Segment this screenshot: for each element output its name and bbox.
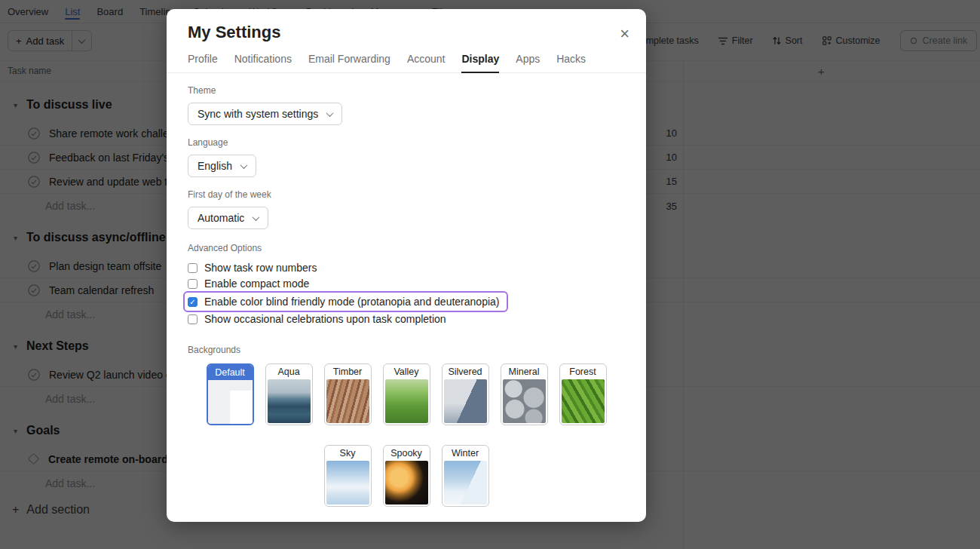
option-row: Show task row numbers (188, 260, 625, 275)
tab-profile[interactable]: Profile (188, 53, 218, 72)
background-preview (562, 379, 605, 423)
background-preview (326, 461, 369, 505)
select-theme[interactable]: Sync with system settings (188, 103, 342, 125)
background-name: Silvered (443, 364, 488, 379)
background-name: Spooky (384, 446, 430, 461)
background-name: Sky (325, 446, 371, 461)
my-settings-modal: My Settings × ProfileNotificationsEmail … (167, 9, 646, 522)
select-first-day-of-the-week[interactable]: Automatic (188, 207, 268, 229)
option-row: Enable compact mode (188, 276, 625, 291)
background-preview (385, 379, 428, 423)
background-preview (326, 379, 369, 423)
background-thumb-silvered[interactable]: Silvered (442, 363, 489, 425)
background-thumb-default[interactable]: Default (207, 363, 254, 425)
background-name: Timber (325, 364, 371, 379)
settings-tabs: ProfileNotificationsEmail ForwardingAcco… (167, 53, 646, 73)
checkbox-unchecked[interactable] (188, 279, 198, 289)
chevron-down-icon (240, 161, 247, 169)
backgrounds-label: Backgrounds (188, 345, 625, 355)
background-thumb-aqua[interactable]: Aqua (265, 363, 313, 425)
close-icon[interactable]: × (617, 23, 632, 45)
checkbox-unchecked[interactable] (188, 314, 198, 324)
background-thumb-winter[interactable]: Winter (442, 445, 489, 507)
background-preview (444, 379, 487, 423)
tab-apps[interactable]: Apps (516, 53, 540, 72)
select-value: Sync with system settings (198, 108, 318, 120)
checkbox-unchecked[interactable] (188, 263, 198, 273)
tab-display[interactable]: Display (461, 53, 499, 72)
background-preview (268, 379, 311, 423)
background-thumb-forest[interactable]: Forest (559, 363, 607, 425)
checkbox-checked[interactable]: ✓ (188, 297, 198, 307)
highlighted-option: ✓Enable color blind friendly mode (prota… (183, 291, 508, 312)
background-name: Mineral (501, 364, 547, 379)
background-name: Aqua (266, 364, 312, 379)
checkbox-row[interactable]: Show task row numbers (188, 260, 625, 275)
checkbox-row[interactable]: Enable compact mode (188, 276, 625, 291)
background-name: Default (208, 365, 253, 380)
background-name: Valley (384, 364, 430, 379)
background-name: Winter (443, 446, 488, 461)
background-thumb-valley[interactable]: Valley (383, 363, 430, 425)
checkbox-label: Enable color blind friendly mode (protan… (204, 296, 499, 308)
checkbox-label: Show occasional celebrations upon task c… (204, 313, 446, 325)
tab-account[interactable]: Account (407, 53, 446, 72)
background-thumb-sky[interactable]: Sky (324, 445, 372, 507)
checkbox-label: Enable compact mode (204, 278, 309, 290)
field-label: Theme (188, 85, 625, 96)
modal-title: My Settings (188, 23, 625, 42)
background-preview (503, 379, 546, 423)
background-preview (385, 461, 428, 505)
background-preview (444, 461, 487, 505)
field-label: First day of the week (188, 189, 625, 200)
background-thumb-mineral[interactable]: Mineral (501, 363, 548, 425)
chevron-down-icon (253, 213, 260, 221)
advanced-options-label: Advanced Options (188, 243, 625, 253)
tab-email-forwarding[interactable]: Email Forwarding (308, 53, 390, 72)
option-row: Show occasional celebrations upon task c… (188, 311, 625, 327)
field-label: Language (188, 137, 625, 148)
select-language[interactable]: English (188, 155, 256, 177)
background-thumb-timber[interactable]: Timber (324, 363, 372, 425)
background-preview (208, 380, 253, 424)
chevron-down-icon (326, 109, 334, 117)
backgrounds-row: SkySpookyWinter (188, 445, 625, 507)
background-thumb-spooky[interactable]: Spooky (383, 445, 430, 507)
background-name: Forest (560, 364, 606, 379)
select-value: English (198, 160, 232, 172)
tab-notifications[interactable]: Notifications (234, 53, 292, 72)
checkbox-label: Show task row numbers (204, 262, 317, 274)
advanced-options-group: Show task row numbersEnable compact mode… (188, 260, 625, 327)
checkbox-row[interactable]: ✓Enable color blind friendly mode (prota… (188, 294, 499, 309)
backgrounds-row: DefaultAquaTimberValleySilveredMineralFo… (188, 363, 625, 425)
tab-hacks[interactable]: Hacks (556, 53, 586, 72)
checkbox-row[interactable]: Show occasional celebrations upon task c… (188, 311, 625, 327)
select-value: Automatic (198, 212, 244, 224)
